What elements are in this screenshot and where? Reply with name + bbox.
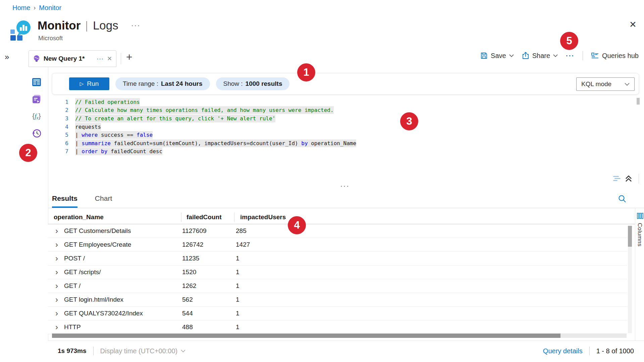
expand-panel-icon[interactable]: » [5,52,9,62]
cell-operation-name: GET Employees/Create [64,241,182,248]
cell-operation-name: GET Customers/Details [64,227,182,235]
row-expand-icon[interactable]: › [55,309,64,317]
column-header-impacted-users[interactable]: impactedUsers [240,214,286,221]
table-row[interactable]: › GET QUALYS730242/Index 544 1 [48,307,627,320]
page-title-section: Logs [93,19,118,32]
columns-panel-label[interactable]: Columns [636,223,643,247]
column-divider[interactable] [181,213,181,222]
columns-icon[interactable] [637,213,643,219]
tab-label: New Query 1* [44,55,85,62]
horizontal-scrollbar-thumb[interactable] [52,334,560,338]
code-text: | summarize failedCount=sum(itemCount), … [75,140,356,146]
chevron-down-icon [181,350,185,353]
time-range-picker[interactable]: Time range : Last 24 hours [115,77,210,90]
code-lines: 1 // Failed operations 2 // Calculate ho… [58,98,356,156]
table-row[interactable]: › GET Customers/Details 1127609 285 [48,224,627,238]
more-commands-icon[interactable]: ··· [566,52,575,60]
page-title-divider: | [86,19,88,32]
horizontal-scrollbar[interactable] [52,334,627,338]
columns-panel: Columns [635,208,644,341]
query-editor[interactable]: 1 // Failed operations 2 // Calculate ho… [58,98,356,156]
editor-scrollbar[interactable] [637,98,640,105]
table-row[interactable]: › HTTP 488 1 [48,320,627,334]
row-expand-icon[interactable]: › [55,282,64,290]
toolbar-divider [583,51,583,60]
collapse-editor-icon[interactable] [625,175,633,183]
results-table-header: operation_Name failedCount impactedUsers [48,211,635,224]
panel-resize-handle[interactable]: ··· [340,182,350,190]
search-icon[interactable] [618,194,627,203]
queries-hub-button[interactable]: Queries hub [591,52,639,60]
line-number: 2 [58,107,68,113]
line-number: 6 [58,140,68,146]
column-header-failed-count[interactable]: failedCount [186,214,222,221]
query-duration: 1s 973ms [58,347,87,355]
cell-operation-name: GET / [64,282,182,290]
table-row[interactable]: › POST / 11235 1 [48,252,627,265]
table-row[interactable]: › GET / 1262 1 [48,279,627,293]
save-button[interactable]: Save [480,52,514,60]
code-line[interactable]: 7 | order by failedCount desc [58,147,356,156]
time-range-value: Last 24 hours [161,80,203,87]
code-text: | where success == false [75,132,153,138]
new-tab-button[interactable]: + [126,51,132,63]
tab-close-icon[interactable]: ✕ [107,55,112,62]
share-button[interactable]: Share [522,52,558,60]
table-row[interactable]: › GET /scripts/ 1520 1 [48,265,627,279]
cell-impacted-users: 1427 [236,241,627,248]
status-bar: 1s 973ms Display time (UTC+00:00) Query … [48,341,644,362]
column-divider[interactable] [234,213,234,222]
tables-icon[interactable] [32,77,42,87]
chevron-down-icon [625,83,630,86]
display-time-dropdown[interactable]: Display time (UTC+00:00) [100,347,186,355]
code-line[interactable]: 2 // Calculate how many times operations… [58,106,356,115]
tab-more-icon[interactable]: ··· [97,55,104,62]
cell-failed-count: 488 [182,323,236,331]
show-results-picker[interactable]: Show : 1000 results [216,77,290,90]
line-number: 3 [58,115,68,122]
page-more-menu[interactable]: ··· [131,21,141,30]
code-line[interactable]: 6 | summarize failedCount=sum(itemCount)… [58,139,356,147]
cell-operation-name: GET QUALYS730242/Index [64,310,182,317]
close-icon[interactable]: ✕ [629,19,637,30]
vertical-scrollbar-thumb[interactable] [628,226,632,247]
table-row[interactable]: › GET login.html/Index 562 1 [48,293,627,307]
cell-impacted-users: 1 [236,323,627,331]
row-expand-icon[interactable]: › [55,323,64,331]
tab-divider [121,53,121,64]
row-expand-icon[interactable]: › [55,296,64,304]
cell-impacted-users: 1 [236,296,627,303]
row-expand-icon[interactable]: › [55,227,64,235]
breadcrumb-home-link[interactable]: Home [12,4,30,12]
functions-icon[interactable]: {fx} [32,111,42,121]
code-text: requests [75,124,101,130]
callout-5: 5 [560,32,578,50]
code-line[interactable]: 4 requests [58,123,356,131]
column-header-operation-name[interactable]: operation_Name [54,214,104,221]
cell-operation-name: GET /scripts/ [64,268,182,276]
tab-chart[interactable]: Chart [95,194,112,208]
row-expand-icon[interactable]: › [55,254,64,262]
table-row[interactable]: › GET Employees/Create 126742 1427 [48,238,627,252]
run-label: Run [87,80,99,87]
row-expand-icon[interactable]: › [55,241,64,249]
vertical-scrollbar[interactable] [628,225,632,333]
query-history-icon[interactable] [32,128,42,138]
run-button[interactable]: ▷ Run [69,77,109,90]
breadcrumb-monitor-link[interactable]: Monitor [39,4,61,12]
example-queries-icon[interactable] [32,94,42,104]
page-title: Monitor [38,19,80,32]
row-expand-icon[interactable]: › [55,268,64,276]
cell-impacted-users: 1 [236,310,627,317]
code-line[interactable]: 1 // Failed operations [58,98,356,106]
code-line[interactable]: 5 | where success == false [58,131,356,139]
tab-new-query-1[interactable]: New Query 1* ··· ✕ [29,50,116,67]
code-line[interactable]: 3 // To create an alert for this query, … [58,114,356,123]
cell-impacted-users: 1 [236,282,627,290]
results-tab-strip: Results Chart [52,194,112,208]
tab-results[interactable]: Results [52,194,77,208]
format-query-icon[interactable] [612,175,621,182]
line-number: 5 [58,132,68,138]
kql-mode-dropdown[interactable]: KQL mode [576,77,635,91]
query-details-link[interactable]: Query details [543,347,583,355]
